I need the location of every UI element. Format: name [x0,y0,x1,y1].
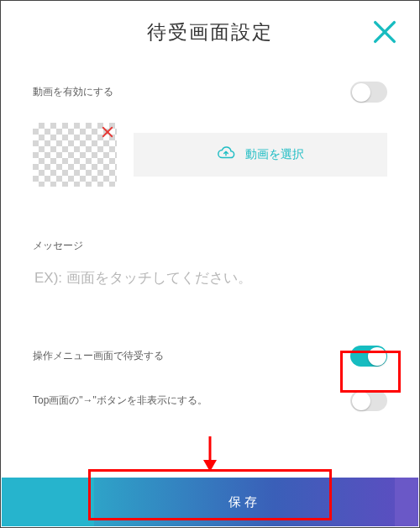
enable-video-label: 動画を有効にする [33,85,113,99]
save-button-label: 保存 [228,494,260,510]
wait-on-menu-label: 操作メニュー画面で待受する [33,349,164,363]
enable-video-toggle[interactable] [350,82,387,103]
footer-left-strip [2,478,94,526]
message-label: メッセージ [33,239,387,253]
toggle-knob [352,392,370,410]
row-hide-top-arrow: Top画面の"→"ボタンを非表示にする。 [33,390,387,411]
toggle-knob [352,83,370,102]
header: 待受画面設定 [6,6,414,58]
footer-right-strip [395,478,418,526]
save-button[interactable]: 保存 [94,478,395,526]
arrow-down-icon [202,460,218,474]
cloud-upload-icon [217,145,235,166]
toggle-knob [368,347,386,366]
app-frame: 待受画面設定 動画を有効にする [0,0,420,528]
hide-top-arrow-toggle[interactable] [350,390,387,411]
remove-thumbnail-button[interactable] [100,124,115,140]
message-input[interactable] [33,265,391,295]
wait-on-menu-toggle[interactable] [350,346,387,367]
select-video-label: 動画を選択 [245,147,304,162]
close-icon [370,34,399,49]
svg-marker-5 [203,460,217,472]
row-wait-on-menu: 操作メニュー画面で待受する [33,346,387,367]
row-enable-video: 動画を有効にする [33,82,387,103]
footer: 保存 [2,478,418,526]
remove-icon [100,128,115,142]
hide-top-arrow-label: Top画面の"→"ボタンを非表示にする。 [33,393,207,408]
page-title: 待受画面設定 [147,19,273,45]
select-video-button[interactable]: 動画を選択 [134,133,387,177]
media-row: 動画を選択 [33,123,387,187]
close-button[interactable] [370,18,399,46]
arrow-annotation [202,435,218,472]
video-thumbnail[interactable] [33,123,117,187]
